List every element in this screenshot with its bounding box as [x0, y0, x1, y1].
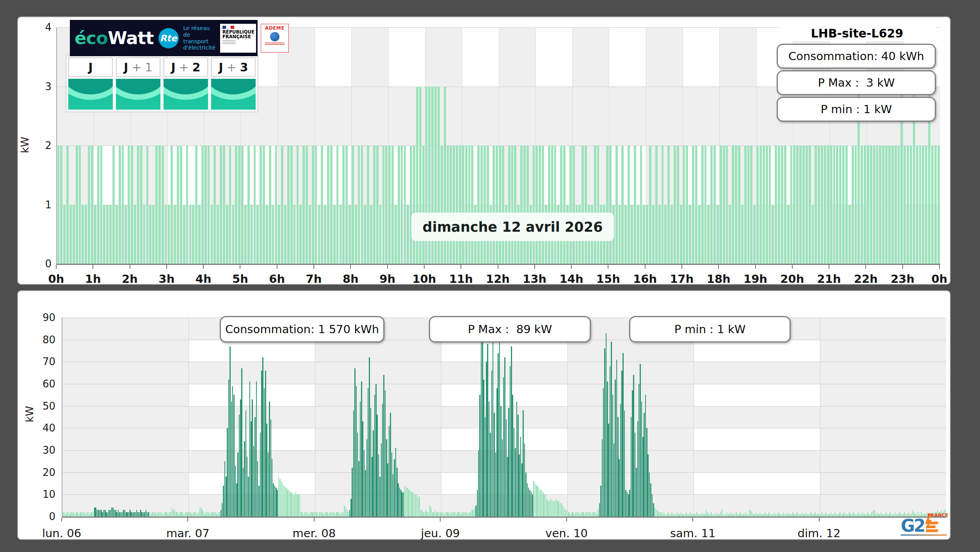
bar — [487, 146, 489, 264]
bar — [792, 512, 793, 517]
signal-tile-wave — [211, 79, 256, 94]
x-axis-tick — [498, 265, 498, 269]
bar — [743, 514, 745, 517]
bar — [502, 439, 503, 517]
bar — [832, 514, 833, 517]
bar — [482, 320, 483, 517]
bar — [542, 492, 544, 517]
bar — [907, 146, 909, 264]
bar — [753, 205, 756, 264]
bar — [241, 146, 244, 264]
bar — [331, 512, 332, 517]
bar — [515, 448, 516, 517]
day-gridline — [441, 318, 441, 517]
bar — [299, 494, 301, 517]
bar — [483, 380, 484, 517]
y-tick-label: 10 — [24, 488, 55, 500]
bar — [282, 483, 283, 517]
bar — [156, 514, 157, 517]
bar — [244, 205, 247, 264]
bar — [339, 512, 340, 517]
bar — [904, 146, 906, 264]
bar — [333, 512, 334, 517]
forecast-card-jplus2[interactable]: J+2 — [164, 57, 208, 110]
bar — [678, 514, 679, 517]
bar — [582, 512, 583, 517]
bar — [155, 146, 158, 264]
daily-consumption-panel: dimanche 12 avril 2026 kW écoWatt Rte Le… — [17, 16, 951, 285]
bar — [251, 205, 253, 264]
bar — [330, 146, 333, 264]
bar — [841, 514, 842, 517]
bar — [480, 146, 483, 264]
bar — [62, 512, 64, 517]
bar — [880, 512, 882, 517]
bar — [77, 512, 78, 517]
bar — [349, 205, 351, 264]
bar — [649, 146, 651, 264]
bar — [350, 499, 352, 517]
plus-sign: + — [179, 60, 189, 74]
forecast-card-jplus1[interactable]: J+1 — [116, 57, 160, 110]
bar — [882, 514, 883, 517]
bar — [372, 457, 373, 517]
bar — [689, 205, 691, 264]
bar — [827, 514, 828, 517]
bar — [215, 512, 216, 517]
bar — [397, 468, 398, 517]
bar — [73, 512, 74, 517]
bar — [462, 512, 463, 517]
bar — [784, 514, 786, 517]
x-axis-tick — [440, 518, 441, 522]
x-axis-tick — [829, 265, 829, 269]
bar — [272, 205, 274, 264]
forecast-card-j[interactable]: J — [68, 57, 113, 110]
forecast-card-label: J+3 — [211, 57, 256, 77]
bar — [711, 512, 712, 517]
bar — [590, 512, 591, 517]
bar — [502, 146, 504, 264]
bar — [273, 483, 274, 517]
bar — [802, 512, 803, 517]
bar — [560, 503, 561, 517]
bar — [238, 146, 240, 264]
bar — [523, 146, 526, 264]
bar — [440, 512, 441, 517]
bar — [748, 514, 749, 517]
bar — [240, 399, 241, 517]
x-tick-label: mar. 07 — [164, 527, 211, 540]
bar — [566, 510, 567, 517]
bar — [788, 514, 790, 517]
bar — [107, 512, 108, 517]
bar — [119, 146, 121, 264]
bar — [165, 205, 167, 264]
bar — [528, 488, 529, 517]
bar — [152, 205, 155, 264]
bar — [143, 205, 146, 264]
bar — [166, 512, 167, 517]
bar — [554, 501, 555, 517]
globe-icon — [270, 32, 279, 41]
forecast-card-jplus3[interactable]: J+3 — [211, 57, 256, 110]
bar — [859, 514, 861, 517]
bar — [158, 512, 160, 517]
bar — [446, 512, 448, 517]
y-tick-label: 0 — [20, 258, 52, 270]
x-axis-tick — [819, 518, 820, 522]
bar — [757, 514, 758, 517]
bar — [871, 512, 872, 517]
bar — [162, 514, 164, 517]
bar — [541, 490, 542, 517]
bar — [401, 146, 403, 264]
bar — [345, 508, 347, 517]
bar — [427, 512, 428, 517]
day-gridline — [315, 318, 315, 517]
bar — [112, 146, 115, 264]
bar — [477, 146, 480, 264]
bar — [779, 514, 780, 517]
bar — [763, 514, 765, 517]
bar — [742, 514, 743, 517]
bar — [895, 512, 896, 517]
bar — [352, 146, 354, 264]
bar — [545, 494, 546, 517]
